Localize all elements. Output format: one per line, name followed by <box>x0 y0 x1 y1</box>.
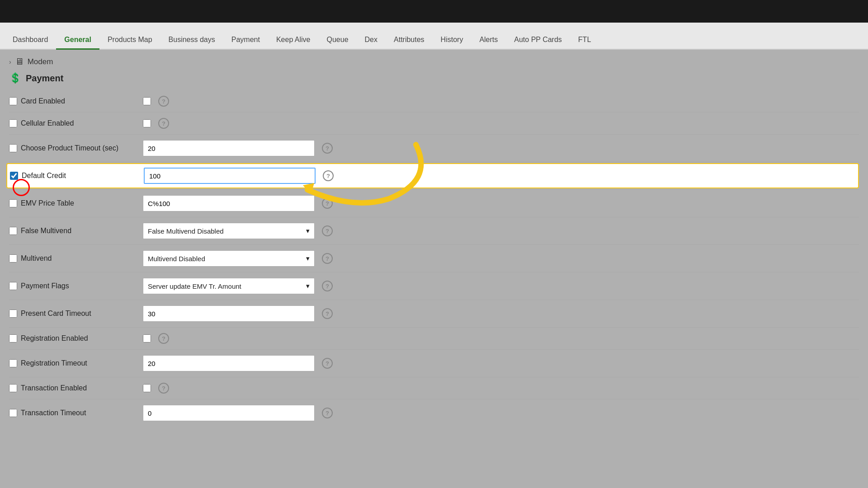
form-row-transaction-enabled: Transaction Enabled? <box>9 378 859 398</box>
form-row-cellular-enabled: Cellular Enabled? <box>9 113 859 133</box>
help-icon-card-enabled[interactable]: ? <box>158 96 169 107</box>
secondary-checkbox-card-enabled[interactable] <box>143 97 151 105</box>
nav-tab-ftl[interactable]: FTL <box>570 31 599 50</box>
form-row-default-credit: Default Credit? <box>6 163 859 188</box>
nav-bar: DashboardGeneralProducts MapBusiness day… <box>0 23 868 50</box>
help-icon-transaction-enabled[interactable]: ? <box>158 383 169 394</box>
checkbox-emv-price-table[interactable] <box>9 199 17 207</box>
form-row-choose-product-timeout: Choose Product Timeout (sec)? <box>9 136 859 161</box>
help-icon-registration-enabled[interactable]: ? <box>158 333 169 344</box>
checkbox-card-enabled[interactable] <box>9 97 17 105</box>
breadcrumb-label: Modem <box>28 57 53 66</box>
checkbox-choose-product-timeout[interactable] <box>9 144 17 152</box>
row-label-cellular-enabled: Cellular Enabled <box>9 119 136 127</box>
input-default-credit[interactable] <box>144 168 316 184</box>
nav-tab-keep-alive[interactable]: Keep Alive <box>268 31 319 50</box>
help-icon-present-card-timeout[interactable]: ? <box>322 308 333 319</box>
section-header: 💲 Payment <box>9 72 859 84</box>
dropdown-payment-flags[interactable]: Server update EMV Tr. Amount▾ <box>143 278 315 294</box>
checkbox-registration-enabled[interactable] <box>9 334 17 343</box>
help-icon-cellular-enabled[interactable]: ? <box>158 118 169 129</box>
nav-tab-products-map[interactable]: Products Map <box>99 31 160 50</box>
section-title: Payment <box>26 73 63 84</box>
checkbox-transaction-timeout[interactable] <box>9 409 17 417</box>
row-label-registration-enabled: Registration Enabled <box>9 334 136 343</box>
help-icon-payment-flags[interactable]: ? <box>322 281 333 291</box>
label-text-payment-flags: Payment Flags <box>21 282 69 290</box>
label-text-registration-enabled: Registration Enabled <box>21 334 88 343</box>
form-row-present-card-timeout: Present Card Timeout? <box>9 301 859 326</box>
help-icon-default-credit[interactable]: ? <box>323 170 334 181</box>
label-text-card-enabled: Card Enabled <box>21 97 65 105</box>
dropdown-text-false-multivend: False Multivend Disabled <box>148 227 224 235</box>
dropdown-arrow-false-multivend: ▾ <box>306 227 310 235</box>
form-row-multivend: MultivendMultivend Disabled▾? <box>9 246 859 271</box>
nav-tab-history[interactable]: History <box>433 31 472 50</box>
row-label-default-credit: Default Credit <box>10 172 137 180</box>
checkbox-multivend[interactable] <box>9 254 17 263</box>
row-label-card-enabled: Card Enabled <box>9 97 136 105</box>
dropdown-arrow-multivend: ▾ <box>306 254 310 263</box>
row-label-registration-timeout: Registration Timeout <box>9 359 136 367</box>
row-label-multivend: Multivend <box>9 254 136 263</box>
label-text-registration-timeout: Registration Timeout <box>21 359 87 367</box>
nav-tab-general[interactable]: General <box>56 31 99 50</box>
dropdown-arrow-payment-flags: ▾ <box>306 282 310 290</box>
help-icon-multivend[interactable]: ? <box>322 253 333 264</box>
label-text-transaction-enabled: Transaction Enabled <box>21 384 87 392</box>
secondary-checkbox-transaction-enabled[interactable] <box>143 384 151 392</box>
row-label-transaction-timeout: Transaction Timeout <box>9 409 136 417</box>
label-text-transaction-timeout: Transaction Timeout <box>21 409 86 417</box>
form-row-false-multivend: False MultivendFalse Multivend Disabled▾… <box>9 218 859 244</box>
input-transaction-timeout[interactable] <box>143 405 315 421</box>
label-text-emv-price-table: EMV Price Table <box>21 199 74 207</box>
top-bar <box>0 0 868 23</box>
nav-tab-queue[interactable]: Queue <box>319 31 357 50</box>
breadcrumb-chevron[interactable]: › <box>9 58 11 66</box>
payment-section-icon: 💲 <box>9 72 21 84</box>
form-row-registration-timeout: Registration Timeout? <box>9 351 859 376</box>
nav-tab-attributes[interactable]: Attributes <box>386 31 433 50</box>
checkbox-transaction-enabled[interactable] <box>9 384 17 392</box>
row-label-payment-flags: Payment Flags <box>9 282 136 290</box>
row-label-present-card-timeout: Present Card Timeout <box>9 310 136 318</box>
content-area: › 🖥 Modem 💲 Payment Card Enabled?Cellula… <box>0 50 868 488</box>
dropdown-multivend[interactable]: Multivend Disabled▾ <box>143 250 315 267</box>
nav-tab-business-days[interactable]: Business days <box>160 31 223 50</box>
row-label-transaction-enabled: Transaction Enabled <box>9 384 136 392</box>
nav-tab-alerts[interactable]: Alerts <box>471 31 506 50</box>
checkbox-present-card-timeout[interactable] <box>9 310 17 318</box>
nav-tab-dashboard[interactable]: Dashboard <box>5 31 56 50</box>
checkbox-false-multivend[interactable] <box>9 227 17 235</box>
dropdown-text-multivend: Multivend Disabled <box>148 255 205 263</box>
input-present-card-timeout[interactable] <box>143 305 315 322</box>
input-emv-price-table[interactable] <box>143 195 315 211</box>
nav-tab-payment[interactable]: Payment <box>223 31 268 50</box>
dropdown-text-payment-flags: Server update EMV Tr. Amount <box>148 282 241 290</box>
help-icon-false-multivend[interactable]: ? <box>322 225 333 236</box>
form-row-emv-price-table: EMV Price Table? <box>9 191 859 216</box>
dropdown-false-multivend[interactable]: False Multivend Disabled▾ <box>143 223 315 239</box>
checkbox-cellular-enabled[interactable] <box>9 119 17 127</box>
input-registration-timeout[interactable] <box>143 355 315 371</box>
input-choose-product-timeout[interactable] <box>143 140 315 156</box>
breadcrumb: › 🖥 Modem <box>9 56 859 67</box>
secondary-checkbox-registration-enabled[interactable] <box>143 334 151 343</box>
nav-tab-auto-pp-cards[interactable]: Auto PP Cards <box>506 31 570 50</box>
help-icon-registration-timeout[interactable]: ? <box>322 358 333 369</box>
row-label-false-multivend: False Multivend <box>9 227 136 235</box>
form-row-payment-flags: Payment FlagsServer update EMV Tr. Amoun… <box>9 273 859 299</box>
form-row-registration-enabled: Registration Enabled? <box>9 328 859 348</box>
nav-tab-dex[interactable]: Dex <box>357 31 386 50</box>
checkbox-default-credit[interactable] <box>10 172 18 180</box>
secondary-checkbox-cellular-enabled[interactable] <box>143 119 151 127</box>
help-icon-emv-price-table[interactable]: ? <box>322 198 333 209</box>
form-row-transaction-timeout: Transaction Timeout? <box>9 400 859 426</box>
checkbox-payment-flags[interactable] <box>9 282 17 290</box>
label-text-cellular-enabled: Cellular Enabled <box>21 119 74 127</box>
row-label-choose-product-timeout: Choose Product Timeout (sec) <box>9 144 136 152</box>
label-text-choose-product-timeout: Choose Product Timeout (sec) <box>21 144 118 152</box>
help-icon-choose-product-timeout[interactable]: ? <box>322 143 333 154</box>
checkbox-registration-timeout[interactable] <box>9 359 17 367</box>
help-icon-transaction-timeout[interactable]: ? <box>322 408 333 418</box>
